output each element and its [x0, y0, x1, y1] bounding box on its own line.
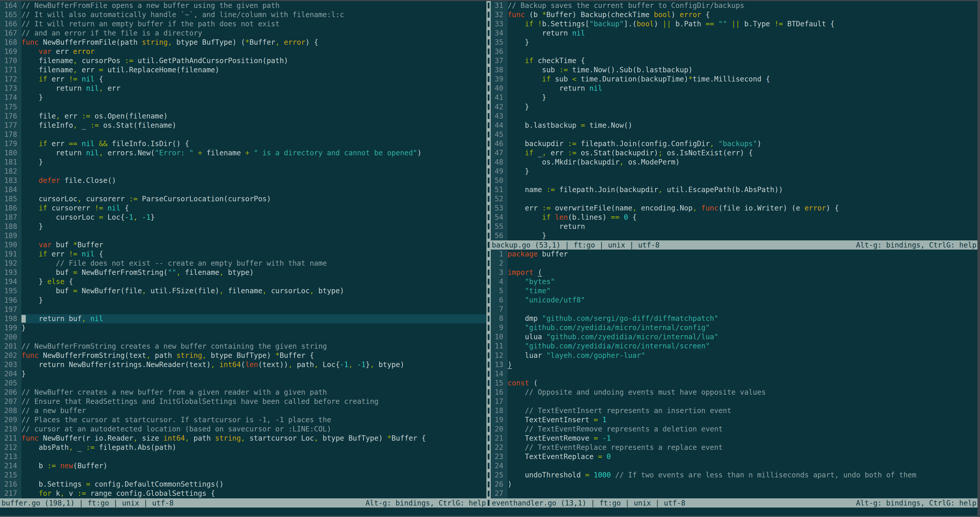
code-line[interactable]: 44 b.lastbackup = time.Now() — [491, 121, 980, 130]
code-line[interactable]: 167// and an error if the file is a dire… — [0, 29, 487, 38]
code-line[interactable]: 179 if err == nil && fileInfo.IsDir() { — [0, 139, 487, 148]
code-line[interactable]: 46 backupdir := filepath.Join(config.Con… — [491, 139, 980, 148]
code-line[interactable]: 176 file, err := os.Open(filename) — [0, 112, 487, 121]
code-line[interactable]: 14 — [491, 369, 980, 378]
code-line[interactable]: 166// It will return an empty buffer if … — [0, 19, 487, 29]
code-line[interactable]: 8 dmp "github.com/sergi/go-diff/diffmatc… — [491, 314, 980, 323]
code-line[interactable]: 191 if err != nil { — [0, 250, 487, 259]
code-line[interactable]: 53 err := overwriteFile(name, encoding.N… — [491, 204, 980, 213]
code-line[interactable]: 177 fileInfo, _ := os.Stat(filename) — [0, 121, 487, 130]
statusbar-eventhandler-go[interactable]: eventhandler.go (13,1) | ft:go | unix | … — [491, 498, 980, 507]
command-message-line[interactable] — [0, 507, 980, 516]
code-line[interactable]: 23 TextEventReplace = 0 — [491, 452, 980, 461]
code-line[interactable]: 10 ulua "github.com/zyedidia/micro/inter… — [491, 332, 980, 341]
code-line[interactable]: 189 — [0, 231, 487, 240]
code-line[interactable]: 195 buf = NewBuffer(file, util.FSize(fil… — [0, 286, 487, 295]
code-line[interactable]: 47 if _, err := os.Stat(backupdir); os.I… — [491, 148, 980, 158]
code-line[interactable]: 54 if len(b.lines) == 0 { — [491, 213, 980, 222]
code-line[interactable]: 173 return nil, err — [0, 84, 487, 93]
code-line[interactable]: 168func NewBufferFromFile(path string, b… — [0, 38, 487, 47]
code-line[interactable]: 6 "unicode/utf8" — [491, 295, 980, 305]
statusbar-backup-go[interactable]: backup.go (53,1) | ft:go | unix | utf-8 … — [491, 240, 980, 250]
code-line[interactable]: 11 "github.com/zyedidia/micro/internal/s… — [491, 341, 980, 351]
code-line[interactable]: 51 name := filepath.Join(backupdir, util… — [491, 185, 980, 195]
code-line[interactable]: 7 — [491, 305, 980, 314]
code-line[interactable]: 183 defer file.Close() — [0, 176, 487, 185]
code-line[interactable]: 182 — [0, 167, 487, 176]
code-line[interactable]: 26) — [491, 480, 980, 489]
code-line[interactable]: 188 } — [0, 222, 487, 231]
code-line[interactable]: 200 — [0, 333, 487, 342]
code-line[interactable]: 169 var err error — [0, 47, 487, 56]
code-line[interactable]: 31// Backup saves the current buffer to … — [491, 1, 980, 10]
code-line[interactable]: 214 b := new(Buffer) — [0, 461, 487, 471]
code-line[interactable]: 210// cursor at an autodetected location… — [0, 424, 487, 434]
code-line[interactable]: 20 // TextEventRemove represents a delet… — [491, 424, 980, 434]
code-line[interactable]: 16 // Opposite and undoing events must h… — [491, 388, 980, 397]
code-line[interactable]: 187 cursorLoc = Loc{-1, -1} — [0, 213, 487, 222]
code-line[interactable]: 12 luar "layeh.com/gopher-luar" — [491, 351, 980, 360]
code-line[interactable]: 4 "bytes" — [491, 277, 980, 286]
code-line[interactable]: 180 return nil, errors.New("Error: " + f… — [0, 148, 487, 158]
code-line[interactable]: 184 — [0, 185, 487, 195]
code-line[interactable]: 2 — [491, 259, 980, 268]
code-line[interactable]: 17 — [491, 397, 980, 406]
code-line[interactable]: 25 undoThreshold = 1000 // If two events… — [491, 471, 980, 480]
code-line[interactable]: 185 cursorLoc, cursorerr := ParseCursorL… — [0, 195, 487, 204]
code-line[interactable]: 32func (b *Buffer) Backup(checkTime bool… — [491, 10, 980, 19]
code-line[interactable]: 216 b.Settings = config.DefaultCommonSet… — [0, 480, 487, 489]
code-line[interactable]: 39 if sub < time.Duration(backupTime)*ti… — [491, 75, 980, 84]
code-line[interactable]: 212 absPath, _ := filepath.Abs(path) — [0, 443, 487, 452]
code-line[interactable]: 207// Ensure that ReadSettings and InitG… — [0, 397, 487, 406]
code-line[interactable]: 205 — [0, 378, 487, 388]
code-line[interactable]: 15const ( — [491, 378, 980, 388]
code-line[interactable]: 194 } else { — [0, 277, 487, 286]
code-line[interactable]: 190 var buf *Buffer — [0, 240, 487, 250]
code-line[interactable]: 36 — [491, 47, 980, 56]
code-line[interactable]: 206// NewBuffer creates a new buffer fro… — [0, 388, 487, 397]
code-line[interactable]: 164// NewBufferFromFile opens a new buff… — [0, 1, 487, 10]
code-line[interactable]: 55 return — [491, 222, 980, 231]
code-line[interactable]: 45 — [491, 130, 980, 139]
code-line[interactable]: 50 — [491, 176, 980, 185]
code-line[interactable]: 211func NewBuffer(r io.Reader, size int6… — [0, 434, 487, 443]
code-line[interactable]: 193 buf = NewBufferFromString("", filena… — [0, 268, 487, 277]
code-line[interactable]: 172 if err != nil { — [0, 75, 487, 84]
code-line[interactable]: 175 — [0, 102, 487, 112]
code-line[interactable]: 56 } — [491, 231, 980, 240]
code-line[interactable]: 171 filename, err = util.ReplaceHome(fil… — [0, 65, 487, 75]
code-line[interactable]: 213 — [0, 452, 487, 461]
code-line[interactable]: 13) — [491, 360, 980, 369]
code-line[interactable]: 34 return nil — [491, 29, 980, 38]
code-line[interactable]: 27 — [491, 489, 980, 498]
code-line[interactable]: 217 for k, v := range config.GlobalSetti… — [0, 489, 487, 498]
code-line[interactable]: 215 — [0, 471, 487, 480]
code-line[interactable]: 192 // File does not exist -- create an … — [0, 259, 487, 268]
code-line[interactable]: 33 if !b.Settings["backup"].(bool) || b.… — [491, 19, 980, 29]
code-line[interactable]: 40 return nil — [491, 84, 980, 93]
code-line[interactable]: 52 — [491, 195, 980, 204]
code-line[interactable]: 196 } — [0, 296, 487, 305]
code-line[interactable]: 38 sub := time.Now().Sub(b.lastbackup) — [491, 65, 980, 75]
code-line[interactable]: 202func NewBufferFromString(text, path s… — [0, 351, 487, 360]
code-line[interactable]: 43 — [491, 112, 980, 121]
code-line[interactable]: 41 } — [491, 93, 980, 102]
code-line[interactable]: 208// a new buffer — [0, 406, 487, 415]
code-line[interactable]: 1package buffer — [491, 250, 980, 259]
code-line[interactable]: 198 return buf, nil — [0, 314, 487, 323]
code-line[interactable]: 42 } — [491, 102, 980, 112]
code-line[interactable]: 37 if checkTime { — [491, 56, 980, 65]
code-line[interactable]: 181 } — [0, 158, 487, 167]
code-line[interactable]: 209// Places the cursor at startcursor. … — [0, 415, 487, 424]
code-line[interactable]: 201// NewBufferFromString creates a new … — [0, 342, 487, 351]
code-line[interactable]: 165// It will also automatically handle … — [0, 10, 487, 19]
code-line[interactable]: 174 } — [0, 93, 487, 102]
statusbar-buffer-go[interactable]: buffer.go (198,1) | ft:go | unix | utf-8… — [0, 498, 487, 507]
code-line[interactable]: 5 "time" — [491, 286, 980, 295]
code-line[interactable]: 48 os.Mkdir(backupdir, os.ModePerm) — [491, 158, 980, 167]
code-line[interactable]: 199} — [0, 323, 487, 333]
code-line[interactable]: 204} — [0, 369, 487, 378]
code-line[interactable]: 3import ( — [491, 268, 980, 277]
code-line[interactable]: 49 } — [491, 167, 980, 176]
code-line[interactable]: 18 // TextEventInsert represents an inse… — [491, 406, 980, 415]
